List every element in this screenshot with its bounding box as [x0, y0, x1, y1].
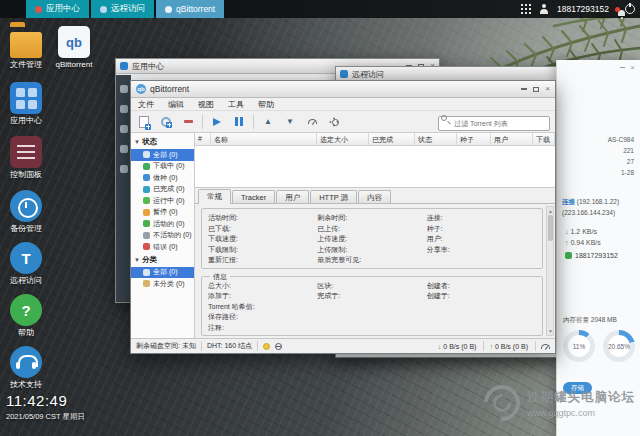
- column-seeds[interactable]: 种子: [457, 133, 491, 145]
- field-label: 总大小:: [208, 281, 317, 292]
- user-icon[interactable]: [539, 4, 549, 14]
- field-label: 连接:: [427, 213, 536, 224]
- power-icon[interactable]: [625, 4, 635, 14]
- taskbar-item-qbittorrent[interactable]: qBittorrent: [156, 0, 224, 18]
- desktop-icon-support[interactable]: 技术支持: [2, 346, 50, 389]
- column-download[interactable]: 下载: [533, 133, 555, 145]
- menu-file[interactable]: 文件: [131, 99, 161, 110]
- phone-icon: [565, 252, 572, 259]
- filter-paused[interactable]: 暂停 (0): [131, 207, 194, 219]
- menu-tools[interactable]: 工具: [221, 99, 251, 110]
- filter-running[interactable]: 运行中 (0): [131, 195, 194, 207]
- completed-icon: [143, 186, 150, 193]
- seeding-icon: [143, 174, 150, 181]
- global-upload-speed: 0 B/s (0 B): [493, 343, 530, 350]
- tab-general[interactable]: 常规: [198, 189, 231, 204]
- scroll-up-icon[interactable]: ▲: [548, 208, 553, 214]
- panel-minimize-icon[interactable]: [620, 67, 625, 69]
- filter-all[interactable]: 全部 (0): [131, 149, 194, 161]
- remote-access-icon: [100, 6, 107, 13]
- maximize-icon[interactable]: [533, 87, 539, 92]
- desktop-icon-remote-access[interactable]: T 远程访问: [2, 242, 50, 285]
- close-icon[interactable]: ×: [545, 86, 550, 92]
- minimize-icon[interactable]: [521, 88, 527, 90]
- delete-button[interactable]: [180, 114, 196, 130]
- appcenter-sidebar[interactable]: [116, 75, 131, 302]
- filter-downloading[interactable]: 下载中 (0): [131, 161, 194, 173]
- column-size[interactable]: 选定大小: [317, 133, 369, 145]
- taskbar-item-appcenter[interactable]: 应用中心: [26, 0, 89, 18]
- field-label: Torrent 哈希值:: [208, 302, 536, 313]
- desktop-icon-backup[interactable]: 备份管理: [2, 190, 50, 233]
- folder-icon: [10, 32, 42, 58]
- resume-button[interactable]: [209, 114, 225, 130]
- column-done[interactable]: 已完成: [369, 133, 415, 145]
- taskbar-item-label: qBittorrent: [176, 4, 215, 14]
- folder-icon: [143, 269, 150, 276]
- menu-view[interactable]: 视图: [191, 99, 221, 110]
- menu-edit[interactable]: 编辑: [161, 99, 191, 110]
- desktop-icon-control-panel[interactable]: 控制面板: [2, 136, 50, 179]
- desktop-icon-qbittorrent[interactable]: qb qBittorrent: [50, 26, 98, 69]
- field-label: 区块:: [317, 281, 426, 292]
- queue-down-button[interactable]: ▼: [282, 114, 298, 130]
- panel-close-icon[interactable]: ×: [630, 63, 635, 72]
- column-status[interactable]: 状态: [415, 133, 457, 145]
- pause-button[interactable]: [231, 114, 247, 130]
- folder-icon: [143, 280, 150, 287]
- column-name[interactable]: 名称: [211, 133, 317, 145]
- add-torrent-button[interactable]: [136, 114, 152, 130]
- connection-info: 连接 (192.168.1.22) (223.166.144.234): [562, 196, 636, 218]
- category-uncategorized[interactable]: 未分类 (0): [131, 278, 194, 290]
- filter-errored[interactable]: 错误 (0): [131, 241, 194, 253]
- taskbar-item-remote-access[interactable]: 远程访问: [91, 0, 154, 18]
- search-icon: [441, 115, 447, 121]
- category-all[interactable]: 全部 (0): [131, 267, 194, 279]
- filter-completed[interactable]: 已完成 (0): [131, 184, 194, 196]
- status-filter-header[interactable]: ▼状态: [131, 135, 194, 149]
- tab-http-sources[interactable]: HTTP 源: [310, 190, 357, 203]
- network-icon[interactable]: [275, 343, 282, 350]
- torrent-list-header: # 名称 选定大小 已完成 状态 种子 用户 下载: [195, 133, 555, 146]
- field-label: 完成于:: [317, 291, 426, 302]
- filter-seeding[interactable]: 做种 (0): [131, 172, 194, 184]
- scrollbar-thumb[interactable]: [548, 215, 553, 241]
- backup-icon: [10, 190, 42, 222]
- cpu-gauge: 11%: [563, 330, 595, 362]
- category-filter-header[interactable]: ▼分类: [131, 253, 194, 267]
- apps-grid-icon[interactable]: [521, 4, 531, 14]
- desktop: 应用中心 远程访问 qBittorrent 18817293152 文件管理: [0, 0, 640, 436]
- filter-inactive[interactable]: 不活动的 (0): [131, 230, 194, 242]
- column-peers[interactable]: 用户: [491, 133, 533, 145]
- connection-status-icon[interactable]: [263, 343, 270, 350]
- add-link-button[interactable]: [158, 114, 174, 130]
- options-button[interactable]: [326, 114, 342, 130]
- information-groupbox: 信息 总大小: 区块: 创建者: 添加于: 完成于: 创建于: Torrent …: [201, 276, 543, 337]
- desktop-icon-appcenter[interactable]: 应用中心: [2, 82, 50, 125]
- tab-content[interactable]: 内容: [358, 190, 391, 203]
- scroll-down-icon[interactable]: ▼: [548, 328, 553, 334]
- tab-trackers[interactable]: Tracker: [232, 190, 275, 203]
- alt-speed-icon[interactable]: [541, 344, 550, 349]
- bound-phone: 18817293152: [565, 252, 618, 259]
- minus-icon: [184, 120, 193, 123]
- qbittorrent-window[interactable]: qb qBittorrent × 文件 编辑 视图 工具 帮助 ▲ ▼: [130, 80, 556, 354]
- torrent-list[interactable]: [195, 146, 555, 189]
- help-icon: ?: [10, 294, 42, 326]
- column-number[interactable]: #: [195, 133, 211, 145]
- pause-icon: [235, 117, 243, 126]
- desktop-icon-help[interactable]: ? 帮助: [2, 294, 50, 337]
- queue-up-button[interactable]: ▲: [260, 114, 276, 130]
- filter-active[interactable]: 活动的 (0): [131, 218, 194, 230]
- menu-bar: 文件 编辑 视图 工具 帮助: [131, 98, 555, 111]
- window-titlebar[interactable]: qb qBittorrent ×: [131, 81, 555, 98]
- tab-peers[interactable]: 用户: [276, 190, 309, 203]
- clock-date: 2021/05/09 CST 星期日: [6, 412, 85, 422]
- field-label: 最后完整可见:: [317, 255, 426, 266]
- scrollbar[interactable]: ▲ ▼: [546, 206, 554, 336]
- speed-limit-button[interactable]: [304, 114, 320, 130]
- desktop-icon-file-manager[interactable]: 文件管理: [2, 26, 50, 69]
- filter-input[interactable]: [438, 116, 550, 131]
- field-label: 已上传:: [317, 224, 426, 235]
- menu-help[interactable]: 帮助: [251, 99, 281, 110]
